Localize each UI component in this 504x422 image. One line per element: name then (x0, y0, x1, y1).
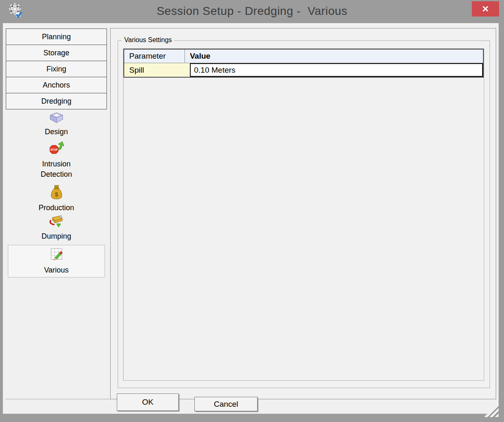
tool-label: Design (26, 127, 88, 137)
close-icon: ✕ (482, 5, 489, 13)
window-title: Session Setup - Dredging - Various (0, 5, 504, 18)
svg-text:STOP: STOP (50, 148, 58, 151)
various-settings-groupbox: Various Settings Parameter Value Spill 0… (118, 40, 490, 388)
column-header-value: Value (185, 50, 483, 63)
value-cell-spill[interactable]: 0.10 Meters (190, 63, 483, 77)
sidebar-item-anchors[interactable]: Anchors (6, 77, 107, 93)
tool-item-various-selected[interactable]: Various (8, 245, 105, 277)
bottom-divider (5, 399, 111, 399)
parameters-table: Parameter Value Spill 0.10 Meters (123, 49, 484, 78)
title-bar: Session Setup - Dredging - Various ✕ (0, 0, 504, 23)
dumping-icon (49, 214, 64, 230)
sidebar-item-planning[interactable]: Planning (6, 28, 107, 45)
sidebar-nav: Planning Storage Fixing Anchors Dredging (6, 28, 107, 109)
various-grid-pencil-icon (50, 247, 64, 264)
parameter-cell-spill[interactable]: Spill (124, 63, 190, 77)
tool-item-production[interactable]: $ Production (6, 184, 107, 213)
sidebar-item-dredging[interactable]: Dredging (6, 93, 107, 109)
ok-button[interactable]: OK (117, 394, 179, 411)
column-header-parameter: Parameter (124, 50, 185, 63)
tool-item-design[interactable]: Design (6, 111, 107, 137)
table-row[interactable]: Spill 0.10 Meters (124, 63, 483, 77)
table-header-row: Parameter Value (124, 50, 483, 63)
tool-label: Dumping (26, 231, 88, 242)
dialog-window: Session Setup - Dredging - Various ✕ Pla… (0, 0, 504, 422)
close-button[interactable]: ✕ (472, 1, 499, 17)
settings-grid-panel: Parameter Value Spill 0.10 Meters (123, 48, 484, 381)
sidebar-item-storage[interactable]: Storage (6, 45, 107, 61)
tool-label: Various (26, 265, 88, 275)
production-moneybag-icon: $ (50, 184, 63, 202)
tool-label: Intrusion Detection (26, 159, 88, 180)
tool-item-dumping[interactable]: Dumping (6, 214, 107, 242)
svg-text:$: $ (55, 191, 58, 198)
tool-item-intrusion-detection[interactable]: STOP Intrusion Detection (6, 140, 107, 180)
tool-label: Production (26, 203, 88, 213)
groupbox-title: Various Settings (122, 36, 174, 44)
intrusion-detection-icon: STOP (49, 140, 64, 158)
main-settings-panel: Various Settings Parameter Value Spill 0… (110, 28, 496, 399)
design-box-icon (50, 111, 64, 126)
sidebar-item-fixing[interactable]: Fixing (6, 61, 107, 77)
cancel-button[interactable]: Cancel (194, 397, 258, 411)
